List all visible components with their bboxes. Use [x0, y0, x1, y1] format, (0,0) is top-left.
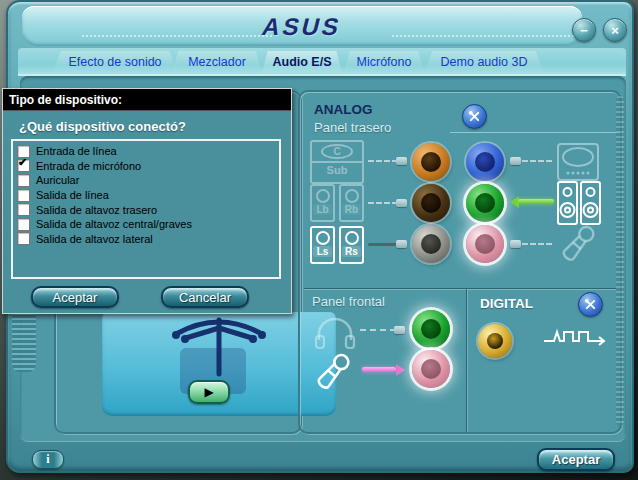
plug-icon	[396, 157, 407, 165]
line-in-device-icon	[556, 142, 600, 182]
checkbox[interactable]	[17, 218, 30, 231]
option-label: Salida de línea	[36, 189, 109, 201]
digital-settings-wrench-icon[interactable]	[578, 292, 603, 317]
footer-accept-button[interactable]: Aceptar	[537, 448, 615, 471]
option-label: Auricular	[36, 174, 79, 186]
option-salida-altavoz-central-graves[interactable]: Salida de altavoz central/graves	[15, 217, 277, 232]
active-connection-green	[518, 199, 554, 204]
analog-settings-wrench-icon[interactable]	[462, 104, 487, 129]
option-label: Entrada de línea	[36, 145, 117, 157]
jack-mic-in-pink[interactable]	[466, 225, 504, 263]
plug-icon	[396, 240, 407, 248]
option-entrada-de-linea[interactable]: Entrada de línea	[15, 144, 277, 159]
tab-efecto-de-sonido[interactable]: Efecto de sonido	[52, 51, 178, 73]
plug-icon	[510, 157, 521, 165]
right-side-speaker-indicator: Rs	[339, 226, 364, 264]
option-entrada-de-microfono[interactable]: ✔ Entrada de micrófono	[15, 159, 277, 174]
sub-speaker-label: Sub	[312, 161, 362, 176]
minimize-button[interactable]: −	[572, 18, 596, 42]
option-salida-de-linea[interactable]: Salida de línea	[15, 188, 277, 203]
jack-center-sub-orange[interactable]	[412, 143, 450, 181]
title-bar: ASUS	[22, 6, 582, 46]
device-options-list: Entrada de línea ✔ Entrada de micrófono …	[11, 139, 281, 279]
checkbox[interactable]: ✔	[17, 159, 30, 172]
decorative-dotted-line	[82, 35, 272, 37]
connector-dashed	[368, 202, 398, 204]
connector-dashed	[522, 160, 552, 162]
frame-ridges-right	[616, 96, 624, 426]
left-back-speaker-indicator: Lb	[310, 184, 335, 222]
tab-audio-es[interactable]: Audio E/S	[262, 51, 342, 73]
tab-microfono[interactable]: Micrófono	[344, 51, 424, 73]
option-label: Salida de altavoz lateral	[36, 233, 153, 245]
play-icon: ▶	[204, 386, 213, 398]
jack-front-mic-pink[interactable]	[412, 350, 450, 388]
front-microphone-icon	[312, 350, 354, 394]
front-panel-label: Panel frontal	[312, 294, 385, 309]
analog-section-title: ANALOG	[314, 102, 373, 117]
right-back-label: Rb	[342, 204, 361, 215]
audio-io-panel: ANALOG Panel trasero C Sub	[298, 90, 622, 434]
front-speakers-icon	[556, 180, 602, 226]
left-back-label: Lb	[313, 204, 332, 215]
info-button[interactable]: i	[32, 450, 64, 469]
option-label: Salida de altavoz central/graves	[36, 218, 192, 230]
dialog-title-bar: Tipo de dispositivo:	[3, 89, 291, 111]
rear-panel-label: Panel trasero	[314, 120, 391, 135]
decorative-dotted-line	[392, 35, 582, 37]
tab-mezclador[interactable]: Mezclador	[172, 51, 262, 73]
option-auricular[interactable]: Auricular	[15, 173, 277, 188]
center-sub-speaker-indicator: C Sub	[310, 140, 364, 184]
dialog-question: ¿Qué dispositivo conectó?	[19, 119, 186, 134]
option-label: Entrada de micrófono	[36, 160, 141, 172]
jack-line-out-green[interactable]	[466, 184, 504, 222]
headphones-icon	[314, 314, 356, 350]
info-icon: i	[46, 452, 49, 467]
option-salida-altavoz-trasero[interactable]: Salida de altavoz trasero	[15, 202, 277, 217]
plug-icon	[510, 240, 521, 248]
rear-microphone-icon	[558, 222, 598, 266]
center-speaker-label: C	[321, 144, 352, 159]
analog-header-rule	[450, 132, 620, 133]
tab-demo-audio-3d[interactable]: Demo audio 3D	[424, 51, 544, 73]
left-side-label: Ls	[313, 246, 332, 257]
section-divider	[466, 289, 467, 432]
jack-front-headphone-green[interactable]	[412, 310, 450, 348]
jack-spdif-gold[interactable]	[478, 324, 512, 358]
connector-solid	[368, 243, 398, 246]
check-mark: ✔	[18, 157, 27, 168]
jack-side-speakers-gray[interactable]	[412, 225, 450, 263]
plug-icon	[396, 199, 407, 207]
option-label: Salida de altavoz trasero	[36, 204, 157, 216]
device-type-dialog: Tipo de dispositivo: ¿Qué dispositivo co…	[2, 88, 292, 314]
dialog-cancel-button[interactable]: Cancelar	[161, 286, 249, 308]
asus-logo: ASUS	[259, 13, 345, 41]
connector-dashed	[360, 329, 396, 331]
plug-icon	[394, 326, 405, 334]
jack-rear-speakers-black[interactable]	[412, 184, 450, 222]
tab-bar: Efecto de sonido Mezclador Audio E/S Mic…	[18, 48, 626, 76]
checkbox[interactable]	[17, 203, 30, 216]
dialog-accept-button[interactable]: Aceptar	[31, 286, 119, 308]
checkbox[interactable]	[17, 174, 30, 187]
left-side-speaker-indicator: Ls	[310, 226, 335, 264]
active-connection-pink	[362, 367, 396, 372]
connector-dashed	[522, 243, 552, 245]
checkbox[interactable]	[17, 232, 30, 245]
right-back-speaker-indicator: Rb	[339, 184, 364, 222]
jack-line-in-blue[interactable]	[466, 143, 504, 181]
section-divider	[304, 288, 616, 289]
close-button[interactable]: ×	[603, 18, 627, 42]
digital-section-title: DIGITAL	[480, 296, 533, 311]
right-side-label: Rs	[342, 246, 361, 257]
option-salida-altavoz-lateral[interactable]: Salida de altavoz lateral	[15, 232, 277, 247]
checkbox[interactable]	[17, 189, 30, 202]
digital-waveform-icon	[542, 326, 606, 352]
connector-dashed	[368, 160, 398, 162]
pink-arrowhead	[396, 364, 405, 376]
play-test-button[interactable]: ▶	[188, 380, 230, 404]
